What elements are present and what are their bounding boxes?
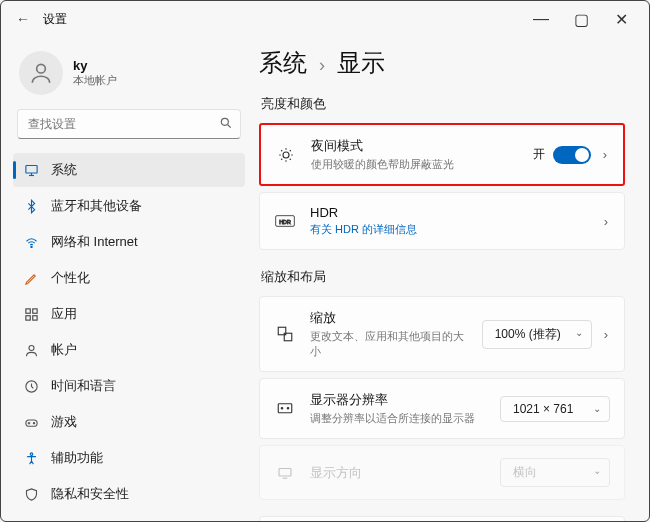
nav-apps[interactable]: 应用 <box>13 297 245 331</box>
switch-on-icon <box>553 146 591 164</box>
svg-point-14 <box>33 422 34 423</box>
svg-rect-24 <box>279 468 291 476</box>
svg-rect-21 <box>278 403 292 412</box>
card-scale[interactable]: 缩放 更改文本、应用和其他项目的大小 100% (推荐) ⌄ › <box>259 296 625 372</box>
svg-point-15 <box>30 452 33 455</box>
svg-rect-7 <box>25 308 29 312</box>
nav-network[interactable]: 网络和 Internet <box>13 225 245 259</box>
nav-label: 系统 <box>51 161 77 179</box>
card-title: 显示方向 <box>310 464 486 482</box>
svg-rect-13 <box>25 420 36 426</box>
breadcrumb: 系统 › 显示 <box>259 47 625 79</box>
nav-system[interactable]: 系统 <box>13 153 245 187</box>
night-light-icon <box>275 146 297 164</box>
card-hdr[interactable]: HDR HDR 有关 HDR 的详细信息 › <box>259 192 625 250</box>
chevron-down-icon: ⌄ <box>593 403 601 414</box>
close-button[interactable]: ✕ <box>601 5 641 33</box>
svg-line-2 <box>228 125 231 128</box>
nav-personalize[interactable]: 个性化 <box>13 261 245 295</box>
card-sub: 使用较暖的颜色帮助屏蔽蓝光 <box>311 157 519 172</box>
nav-privacy[interactable]: 隐私和安全性 <box>13 477 245 511</box>
nav-accessibility[interactable]: 辅助功能 <box>13 441 245 475</box>
nav-label: 帐户 <box>51 341 77 359</box>
crumb-parent[interactable]: 系统 <box>259 47 307 79</box>
apps-icon <box>23 307 39 322</box>
dropdown-value: 100% (推荐) <box>495 327 561 341</box>
svg-point-11 <box>29 345 34 350</box>
avatar <box>19 51 63 95</box>
card-title: HDR <box>310 205 588 220</box>
user-block[interactable]: ky 本地帐户 <box>13 45 245 109</box>
card-sub: 更改文本、应用和其他项目的大小 <box>310 329 468 359</box>
window-title: 设置 <box>43 11 67 28</box>
titlebar: ← 设置 — ▢ ✕ <box>1 1 649 37</box>
gaming-icon <box>23 415 39 430</box>
nav-label: 蓝牙和其他设备 <box>51 197 142 215</box>
nav: 系统 蓝牙和其他设备 网络和 Internet 个性化 应用 <box>13 153 245 521</box>
nav-label: 隐私和安全性 <box>51 485 129 503</box>
nav-account[interactable]: 帐户 <box>13 333 245 367</box>
dropdown-value: 1021 × 761 <box>513 402 573 416</box>
svg-rect-9 <box>25 315 29 319</box>
card-sub: 调整分辨率以适合所连接的显示器 <box>310 411 486 426</box>
main-content: 系统 › 显示 亮度和颜色 夜间模式 使用较暖的颜色帮助屏蔽蓝光 开 › <box>249 37 649 521</box>
dropdown-value: 横向 <box>513 465 537 479</box>
resolution-dropdown[interactable]: 1021 × 761 ⌄ <box>500 396 610 422</box>
nav-gaming[interactable]: 游戏 <box>13 405 245 439</box>
maximize-button[interactable]: ▢ <box>561 5 601 33</box>
night-light-toggle[interactable]: 开 <box>533 146 591 164</box>
nav-label: 个性化 <box>51 269 90 287</box>
section-scale: 缩放和布局 <box>261 268 625 286</box>
nav-label: 时间和语言 <box>51 377 116 395</box>
nav-time[interactable]: 时间和语言 <box>13 369 245 403</box>
crumb-current: 显示 <box>337 47 385 79</box>
search-box[interactable] <box>17 109 241 139</box>
scale-icon <box>274 325 296 343</box>
svg-rect-10 <box>32 315 36 319</box>
hdr-icon: HDR <box>274 214 296 228</box>
sidebar: ky 本地帐户 系统 蓝牙和其他设备 <box>1 37 249 521</box>
card-title: 缩放 <box>310 309 468 327</box>
system-icon <box>23 163 39 178</box>
chevron-right-icon[interactable]: › <box>602 327 610 342</box>
chevron-down-icon: ⌄ <box>593 465 601 476</box>
back-button[interactable]: ← <box>9 5 37 33</box>
section-brightness: 亮度和颜色 <box>261 95 625 113</box>
svg-text:HDR: HDR <box>279 219 291 225</box>
nav-update[interactable]: Windows 更新 <box>13 513 245 521</box>
card-title: 显示器分辨率 <box>310 391 486 409</box>
time-icon <box>23 379 39 394</box>
chevron-right-icon[interactable]: › <box>601 147 609 162</box>
chevron-right-icon[interactable]: › <box>602 214 610 229</box>
nav-label: 辅助功能 <box>51 449 103 467</box>
card-title: 夜间模式 <box>311 137 519 155</box>
hdr-link[interactable]: 有关 HDR 的详细信息 <box>310 222 588 237</box>
svg-point-1 <box>221 118 228 125</box>
chevron-down-icon: ⌄ <box>575 327 583 338</box>
personalize-icon <box>23 271 39 286</box>
svg-point-6 <box>30 246 31 247</box>
card-multi-display[interactable]: 多显示器设置 选择显示器的呈现模式 ⌄ <box>259 516 625 521</box>
search-input[interactable] <box>17 109 241 139</box>
nav-bluetooth[interactable]: 蓝牙和其他设备 <box>13 189 245 223</box>
scale-dropdown[interactable]: 100% (推荐) ⌄ <box>482 320 592 349</box>
svg-point-0 <box>37 64 46 73</box>
minimize-button[interactable]: — <box>521 5 561 33</box>
card-orientation: 显示方向 横向 ⌄ <box>259 445 625 500</box>
bluetooth-icon <box>23 199 39 214</box>
svg-point-23 <box>287 407 289 409</box>
nav-label: 应用 <box>51 305 77 323</box>
svg-point-22 <box>281 407 283 409</box>
card-resolution[interactable]: 显示器分辨率 调整分辨率以适合所连接的显示器 1021 × 761 ⌄ <box>259 378 625 439</box>
accessibility-icon <box>23 451 39 466</box>
nav-label: 网络和 Internet <box>51 233 138 251</box>
account-icon <box>23 343 39 358</box>
privacy-icon <box>23 487 39 502</box>
nav-label: 游戏 <box>51 413 77 431</box>
orientation-icon <box>274 464 296 482</box>
svg-rect-8 <box>32 308 36 312</box>
card-night-light[interactable]: 夜间模式 使用较暖的颜色帮助屏蔽蓝光 开 › <box>259 123 625 186</box>
toggle-state: 开 <box>533 146 545 163</box>
wifi-icon <box>23 235 39 250</box>
chevron-right-icon: › <box>319 55 325 76</box>
